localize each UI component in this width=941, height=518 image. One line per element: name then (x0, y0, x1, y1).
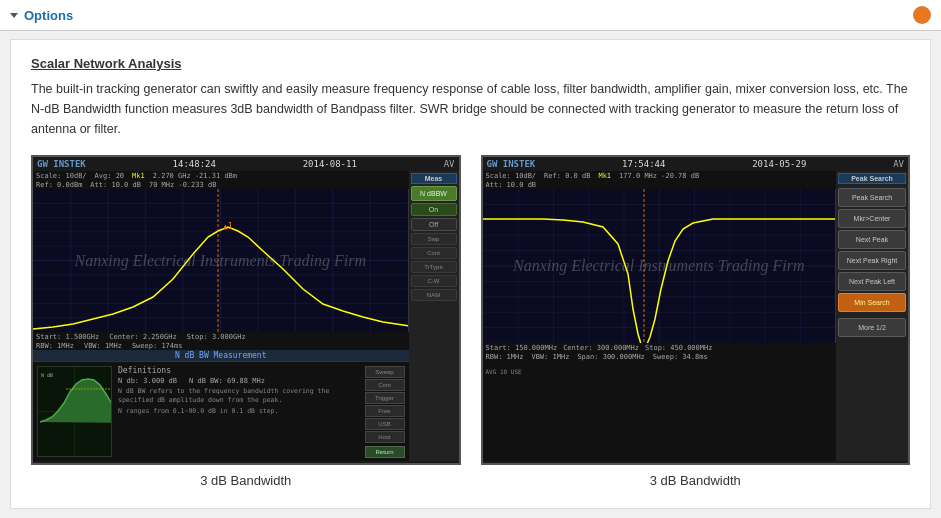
left-swp-label: Swp (411, 233, 457, 245)
left-sweep-btn[interactable]: Sweep (365, 366, 405, 378)
left-mk1: Mk1 (132, 172, 145, 180)
left-av-logo: AV (444, 159, 455, 169)
left-usb-btn[interactable]: USB (365, 418, 405, 430)
right-att: Att: 10.0 dB (486, 181, 537, 189)
right-vbw: VBW: 1MHz (531, 353, 569, 361)
left-def-desc2: N ranges from 0.1~90.0 dB in 0.1 dB step… (118, 407, 359, 416)
right-side-panel: Peak Search Peak Search Mkr>Center Next … (836, 171, 908, 461)
section-title: Scalar Network Analysis (31, 56, 910, 71)
left-meas-label: Meas (411, 173, 457, 184)
svg-text:▲1: ▲1 (223, 222, 233, 231)
right-info-bar: Scale: 10dB/ Ref: 0.0 dB Mk1 177.0 MHz -… (483, 171, 837, 181)
left-on-btn[interactable]: On (411, 203, 457, 216)
left-definitions-text: Definitions N db: 3.000 dB N dB BW: 69.8… (118, 366, 359, 457)
left-sub-graph: N dB (37, 366, 112, 457)
right-footer2: RBW: 1MHz VBW: 1MHz Span: 300.000MHz Swe… (483, 353, 837, 361)
right-time: 17:54:44 (622, 159, 665, 169)
section-description: The built-in tracking generator can swif… (31, 79, 910, 139)
left-ndbw-btn[interactable]: N dBBW (411, 186, 457, 201)
right-next-peak-right-btn[interactable]: Next Peak Right (838, 251, 906, 270)
right-more-btn[interactable]: More 1/2 (838, 318, 906, 337)
left-start: Start: 1.500GHz (36, 333, 99, 341)
right-rbw: RBW: 1MHz (486, 353, 524, 361)
right-instrument-screen: GW INSTEK 17:54:44 2014-05-29 AV Scale: … (481, 155, 911, 465)
options-bar: Options (0, 0, 941, 31)
right-next-peak-btn[interactable]: Next Peak (838, 230, 906, 249)
left-mk2val: 70 MHz -0.233 dB (149, 181, 216, 189)
right-date: 2014-05-29 (752, 159, 806, 169)
left-host-btn[interactable]: Host (365, 431, 405, 443)
right-sweep: Sweep: 34.8ms (653, 353, 708, 361)
left-sub-graph-svg: N dB (38, 367, 111, 456)
options-left: Options (10, 8, 73, 23)
left-rbw: RBW: 1MHz (36, 342, 74, 350)
left-measurement-label: N dB BW Measurement (33, 350, 409, 361)
right-bottom-spacer (483, 381, 837, 461)
left-stop: Stop: 3.000GHz (187, 333, 246, 341)
left-grid-svg: ▲1 (33, 189, 408, 332)
left-cont-btn[interactable]: Cont (365, 379, 405, 391)
left-mk1val: 2.270 GHz -21.31 dBm (153, 172, 237, 180)
triangle-icon[interactable] (10, 13, 18, 18)
right-mkr-center-btn[interactable]: Mkr>Center (838, 209, 906, 228)
left-caption: 3 dB Bandwidth (200, 473, 291, 488)
right-center: Center: 300.000MHz (563, 344, 639, 352)
right-status-bar: AVG 10 USE (483, 361, 837, 381)
left-sweep: Sweep: 174ms (132, 342, 183, 350)
left-side-panel: Meas N dBBW On Off Swp Cont TrType C-W N… (409, 171, 459, 461)
left-time: 14:48:24 (173, 159, 216, 169)
left-off-btn[interactable]: Off (411, 218, 457, 231)
left-image-block: GW INSTEK 14:48:24 2014-08-11 AV Scale: … (31, 155, 461, 488)
right-grid-svg: 1 (483, 189, 836, 343)
right-next-peak-left-btn[interactable]: Next Peak Left (838, 272, 906, 291)
left-free-btn[interactable]: Free (365, 405, 405, 417)
content-area: Scalar Network Analysis The built-in tra… (10, 39, 931, 509)
left-screen-header: GW INSTEK 14:48:24 2014-08-11 AV (33, 157, 459, 171)
left-trtype-label: TrType (411, 261, 457, 273)
right-start: Start: 150.000MHz (486, 344, 558, 352)
left-instrument-screen: GW INSTEK 14:48:24 2014-08-11 AV Scale: … (31, 155, 461, 465)
left-def-desc1: N dB BW refers to the frequency bandwidt… (118, 387, 359, 405)
left-n-db-bw: N dB BW: 69.88 MHz (189, 377, 265, 385)
right-footer: Start: 150.000MHz Center: 300.000MHz Sto… (483, 343, 837, 353)
right-image-block: GW INSTEK 17:54:44 2014-05-29 AV Scale: … (481, 155, 911, 488)
left-footer2: RBW: 1MHz VBW: 1MHz Sweep: 174ms (33, 342, 409, 350)
left-avg: Avg: 20 (95, 172, 125, 180)
right-info-bar2: Att: 10.0 dB (483, 181, 837, 189)
right-mk1val: 177.0 MHz -20.78 dB (619, 172, 699, 180)
right-caption: 3 dB Bandwidth (650, 473, 741, 488)
left-def-title: Definitions (118, 366, 359, 375)
left-scale: Scale: 10dB/ (36, 172, 87, 180)
orange-circle-icon (913, 6, 931, 24)
right-ref: Ref: 0.0 dB (544, 172, 590, 180)
left-definitions-panel: N dB Definitions N db: 3.000 dB N dB BW:… (33, 361, 409, 461)
right-mk1: Mk1 (598, 172, 611, 180)
left-return-btn[interactable]: Return (365, 446, 405, 458)
left-info-bar: Scale: 10dB/ Avg: 20 Mk1 2.270 GHz -21.3… (33, 171, 409, 181)
right-av-logo: AV (893, 159, 904, 169)
left-nam-label: NAM (411, 289, 457, 301)
left-def-vals: N db: 3.000 dB N dB BW: 69.88 MHz (118, 377, 359, 385)
left-scope-display: ▲1 Nanxing Electrical Instruments Tradin… (33, 189, 409, 332)
left-date: 2014-08-11 (303, 159, 357, 169)
right-min-search-btn[interactable]: Min Search (838, 293, 906, 312)
right-span: Span: 300.000MHz (577, 353, 644, 361)
left-center: Center: 2.250GHz (109, 333, 176, 341)
left-gw-logo: GW INSTEK (37, 159, 86, 169)
right-peak-header: Peak Search (838, 173, 906, 184)
right-scope-display: 1 Nanxing Electrical Instruments Trading… (483, 189, 837, 343)
left-vbw: VBW: 1MHz (84, 342, 122, 350)
options-label[interactable]: Options (24, 8, 73, 23)
left-n-db: N db: 3.000 dB (118, 377, 177, 385)
left-footer: Start: 1.500GHz Center: 2.250GHz Stop: 3… (33, 332, 409, 342)
right-stop: Stop: 450.000MHz (645, 344, 712, 352)
left-trigger-btn[interactable]: Trigger (365, 392, 405, 404)
left-info-bar2: Ref: 0.0dBm Att: 10.0 dB 70 MHz -0.233 d… (33, 181, 409, 189)
right-gw-logo: GW INSTEK (487, 159, 536, 169)
left-cw-label: C-W (411, 275, 457, 287)
left-cont-label: Cont (411, 247, 457, 259)
right-peak-search-btn[interactable]: Peak Search (838, 188, 906, 207)
right-scale: Scale: 10dB/ (486, 172, 537, 180)
right-status-text: AVG 10 USE (486, 368, 522, 375)
svg-text:N dB: N dB (41, 372, 53, 378)
